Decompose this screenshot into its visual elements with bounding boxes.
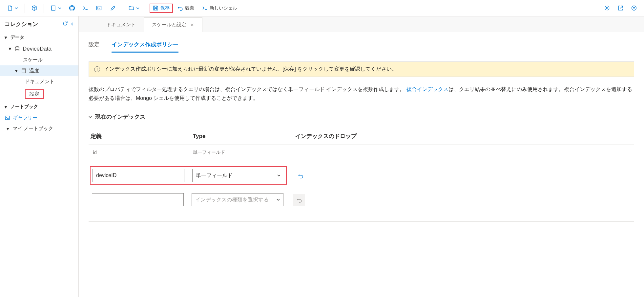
collapse-button[interactable] (71, 21, 74, 28)
index-row-new: インデックスの種類を選択する (89, 188, 634, 212)
save-button[interactable]: 保存 (150, 4, 173, 13)
chevron-down-icon (277, 198, 280, 201)
index-type-select-new[interactable]: インデックスの種類を選択する (192, 193, 283, 206)
chevron-left-icon (71, 22, 74, 26)
open-external-icon (618, 5, 623, 11)
current-indexes-section-title[interactable]: 現在のインデックス (89, 113, 634, 121)
discard-button[interactable]: 破棄 (174, 3, 197, 13)
tree-collection-label: 温度 (29, 68, 39, 74)
tree-item-my-notebooks-label: マイ ノートブック (12, 126, 53, 132)
tab-scale-settings-label: スケールと設定 (152, 22, 186, 28)
chevron-down-icon: ▾ (5, 104, 8, 109)
refresh-icon (62, 21, 68, 26)
chevron-down-icon: ▾ (7, 126, 10, 132)
brush-button[interactable] (106, 3, 118, 13)
tree-item-settings[interactable]: 設定 (0, 87, 78, 101)
undo-icon (298, 173, 303, 178)
description-text: 複数のプロパティでフィルター処理するクエリの場合は、複合インデックスではなく単一… (89, 85, 634, 103)
tree-item-gallery[interactable]: ギャラリー (0, 112, 78, 123)
subtab-settings[interactable]: 設定 (89, 39, 100, 53)
index-type-select-value: 単一フィールド (196, 172, 233, 179)
tree-item-documents[interactable]: ドキュメント (0, 76, 78, 87)
settings-button[interactable] (601, 3, 613, 13)
svg-point-4 (633, 7, 634, 8)
info-icon: i (94, 66, 100, 72)
tab-documents-label: ドキュメント (106, 22, 136, 28)
close-icon[interactable]: ✕ (190, 22, 194, 28)
folder-menu[interactable] (125, 3, 143, 13)
svg-point-5 (634, 7, 635, 8)
tree-item-documents-label: ドキュメント (25, 79, 54, 85)
chevron-down-icon (277, 174, 280, 177)
github-button[interactable] (66, 3, 78, 13)
refresh-button[interactable] (62, 21, 68, 28)
smile-icon (631, 5, 637, 11)
tab-scale-settings[interactable]: スケールと設定 ✕ (144, 17, 202, 32)
undo-icon (177, 5, 183, 11)
tab-documents[interactable]: ドキュメント (98, 18, 144, 32)
separator (122, 4, 122, 13)
subtabbar: 設定 インデックス作成ポリシー (89, 39, 634, 53)
new-shell-label: 新しいシェル (210, 5, 237, 11)
compound-index-link[interactable]: 複合インデックス (406, 86, 448, 92)
open-external-button[interactable] (614, 3, 627, 13)
tree-item-scale[interactable]: スケール (0, 55, 78, 65)
description-part1: 複数のプロパティでフィルター処理するクエリの場合は、複合インデックスではなく単一… (89, 86, 405, 92)
index-table-header: 定義 Type インデックスのドロップ (89, 128, 634, 145)
index-row-readonly: _id 単一フィールド (89, 145, 634, 160)
cube-button[interactable] (28, 3, 40, 13)
index-readonly-type: 単一フィールド (193, 149, 288, 155)
unsaved-changes-alert: i インデックス作成ポリシーに加えられた最新の変更が保存されていません。[保存]… (89, 61, 634, 77)
new-shell-button[interactable]: 新しいシェル (199, 3, 240, 13)
terminal-button[interactable] (79, 3, 92, 13)
discard-label: 破棄 (185, 5, 194, 11)
notebook-menu[interactable] (47, 3, 65, 13)
column-definition: 定義 (91, 132, 186, 140)
index-readonly-definition: _id (91, 150, 186, 155)
chevron-down-icon: ▾ (15, 68, 18, 74)
chevron-down-icon: ▾ (5, 35, 8, 40)
index-type-select[interactable]: 単一フィールド (192, 169, 284, 182)
index-type-select-new-placeholder: インデックスの種類を選択する (195, 196, 269, 203)
svg-rect-0 (52, 6, 55, 11)
undo-row-button-disabled (293, 194, 305, 206)
folder-icon (129, 5, 134, 11)
feedback-button[interactable] (628, 3, 640, 13)
chevron-down-icon (15, 7, 18, 10)
svg-point-6 (15, 47, 19, 48)
alert-message: インデックス作成ポリシーに加えられた最新の変更が保存されていません。[保存] を… (104, 66, 397, 73)
tree-item-settings-label: 設定 (25, 89, 44, 99)
new-document-menu[interactable] (4, 3, 21, 13)
console-button[interactable] (93, 3, 105, 13)
database-icon (14, 46, 20, 52)
tree-section-data[interactable]: ▾ データ (0, 32, 78, 43)
subtab-index-policy[interactable]: インデックス作成ポリシー (112, 39, 178, 53)
index-definition-input-new[interactable] (92, 193, 184, 206)
gear-icon (604, 5, 610, 11)
svg-point-2 (606, 7, 608, 9)
index-definition-input[interactable] (93, 169, 184, 182)
tree-item-my-notebooks[interactable]: ▾ マイ ノートブック (0, 123, 78, 134)
current-indexes-label: 現在のインデックス (95, 113, 145, 121)
column-type: Type (193, 133, 288, 140)
tree-section-notebook-label: ノートブック (10, 104, 38, 110)
separator (146, 4, 146, 13)
chevron-down-icon (136, 7, 139, 10)
separator (25, 4, 25, 13)
brush-icon (110, 5, 115, 11)
tree-database[interactable]: ▾ DeviceData (0, 43, 78, 55)
undo-icon (297, 197, 302, 203)
tree-item-gallery-label: ギャラリー (13, 115, 37, 121)
github-icon (69, 5, 75, 11)
toolbar: 保存 破棄 新しいシェル (0, 0, 644, 16)
tree-section-notebook[interactable]: ▾ ノートブック (0, 101, 78, 112)
save-icon (153, 5, 158, 11)
undo-row-button[interactable] (295, 170, 306, 181)
svg-rect-7 (22, 69, 26, 73)
console-icon (96, 5, 102, 11)
tree-collection[interactable]: ▾ 温度 (0, 65, 78, 76)
save-label: 保存 (160, 5, 170, 11)
sidebar-title: コレクション (5, 20, 38, 28)
tabbar: ドキュメント スケールと設定 ✕ (79, 16, 644, 32)
cube-icon (31, 5, 37, 11)
